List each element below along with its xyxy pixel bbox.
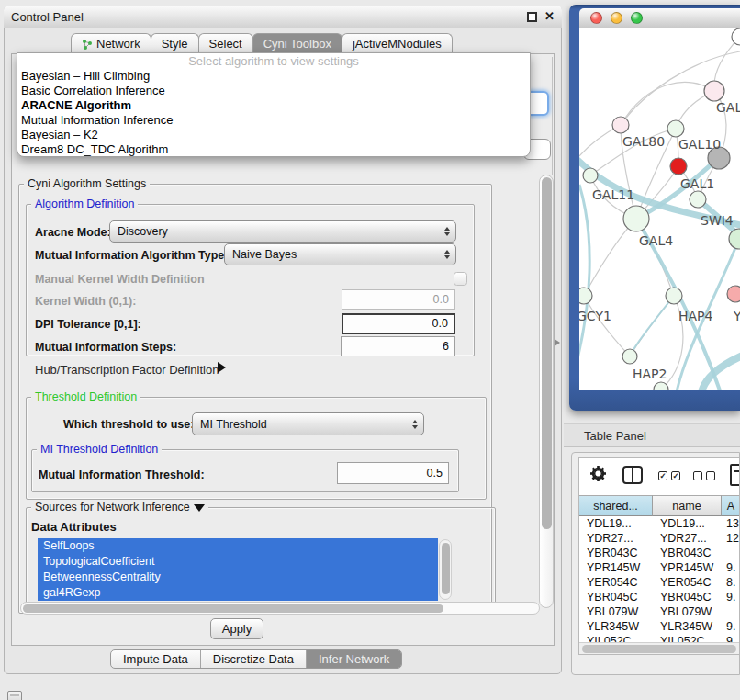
node-label: HAP2	[633, 367, 667, 381]
network-node[interactable]	[729, 229, 740, 249]
settings-horizontal-scrollbar[interactable]	[20, 602, 540, 615]
which-threshold-label: Which threshold to use:	[63, 418, 194, 431]
checked-box-icon[interactable]: ✓	[658, 471, 667, 480]
mi-threshold-input[interactable]: 0.5	[337, 462, 449, 484]
table-row[interactable]: YPR145WYPR145W9.	[579, 560, 740, 575]
network-node[interactable]	[727, 286, 740, 302]
close-traffic-light-icon[interactable]	[590, 12, 602, 24]
collapse-arrow-icon[interactable]	[194, 504, 205, 512]
split-pane-arrow-icon[interactable]	[555, 339, 560, 346]
unchecked-box-icon[interactable]	[693, 471, 702, 480]
network-node-hap2[interactable]	[622, 349, 637, 364]
panel-border-fragment	[552, 57, 553, 175]
expand-arrow-icon[interactable]	[218, 362, 226, 373]
mi-steps-input[interactable]: 6	[341, 336, 455, 356]
dropdown-item[interactable]: Basic Correlation Inference	[17, 84, 530, 98]
table-rows: YDL19...YDL19...13 YDR27...YDR27...12 YB…	[579, 516, 740, 649]
apply-button[interactable]: Apply	[210, 618, 263, 639]
dropdown-item-selected[interactable]: ARACNE Algorithm	[17, 98, 530, 113]
cell-value: 9.	[722, 590, 740, 604]
table-row[interactable]: YDL19...YDL19...13	[579, 516, 740, 531]
dropdown-item[interactable]: Bayesian – K2	[17, 128, 530, 142]
network-window-titlebar	[579, 8, 740, 28]
cell-name: YPR145W	[653, 560, 722, 575]
float-window-icon[interactable]	[527, 12, 537, 22]
settings-horizontal-scrollbar-thumb[interactable]	[23, 604, 443, 613]
table-horizontal-scrollbar-thumb[interactable]	[582, 645, 736, 653]
dock-panel-icon[interactable]	[7, 691, 22, 700]
data-attributes-list: SelfLoops TopologicalCoefficient Between…	[38, 538, 438, 601]
network-node-swi4[interactable]	[690, 191, 706, 208]
network-node-gal1[interactable]	[670, 158, 687, 175]
dropdown-item[interactable]: Dream8 DC_TDC Algorithm	[17, 142, 530, 157]
settings-vertical-scrollbar-thumb[interactable]	[542, 177, 552, 529]
network-node[interactable]	[732, 28, 740, 45]
unchecked-box-icon[interactable]	[706, 471, 715, 480]
table-horizontal-scrollbar[interactable]	[579, 642, 740, 655]
which-threshold-combo[interactable]: MI Threshold	[192, 412, 424, 435]
node-label: GCY1	[579, 309, 611, 323]
network-graph: GAL GAL80 GAL10 GAL1 GAL11 SWI4 GAL4 HAP…	[579, 28, 740, 390]
tab-infer-network[interactable]: Infer Network	[306, 650, 401, 668]
export-table-icon[interactable]	[730, 464, 740, 486]
network-node-gcy1[interactable]	[579, 288, 592, 304]
table-row[interactable]: YDR27...YDR27...12	[579, 531, 740, 546]
checked-box-icon[interactable]: ✓	[671, 471, 680, 480]
tab-jactivemnodules[interactable]: jActiveMNodules	[342, 33, 453, 53]
dropdown-item[interactable]: Bayesian – Hill Climbing	[17, 69, 530, 84]
tab-select[interactable]: Select	[198, 33, 253, 53]
tab-cyni-toolbox[interactable]: Cyni Toolbox	[252, 33, 342, 53]
network-node-gal80[interactable]	[612, 117, 629, 133]
attributes-scrollbar[interactable]	[439, 539, 452, 600]
table-row[interactable]: YBL079WYBL079W	[579, 604, 740, 619]
dpi-tolerance-input[interactable]: 0.0	[342, 313, 455, 334]
kernel-width-label: Kernel Width (0,1):	[35, 295, 136, 308]
mi-steps-label: Mutual Information Steps:	[35, 341, 176, 354]
network-node-gal11[interactable]	[583, 168, 598, 183]
column-header-partial[interactable]: A	[722, 495, 740, 516]
cell-value: 9.	[722, 619, 740, 634]
data-attributes-label: Data Attributes	[31, 520, 117, 534]
algorithm-definition-title: Algorithm Definition	[31, 198, 138, 210]
network-node[interactable]	[654, 382, 668, 390]
node-label: SWI4	[701, 213, 734, 228]
close-icon[interactable]: ✕	[544, 9, 555, 23]
table-row[interactable]: YBR043CYBR043C	[579, 546, 740, 560]
cell-name: YLR345W	[653, 619, 722, 634]
network-node-gal10[interactable]	[667, 120, 684, 137]
cell-shared-name: YBR043C	[579, 546, 653, 560]
table-row[interactable]: YER054CYER054C8.	[579, 575, 740, 590]
tab-impute-data[interactable]: Impute Data	[111, 650, 200, 668]
attribute-item-selected[interactable]: SelfLoops	[38, 538, 438, 554]
attributes-scrollbar-thumb[interactable]	[442, 543, 450, 594]
which-threshold-value: MI Threshold	[200, 418, 267, 431]
manual-kernel-width-checkbox[interactable]	[454, 272, 467, 286]
network-canvas[interactable]: GAL GAL80 GAL10 GAL1 GAL11 SWI4 GAL4 HAP…	[579, 28, 740, 390]
tab-network[interactable]: Network	[71, 33, 151, 53]
tab-discretize-data[interactable]: Discretize Data	[200, 650, 306, 668]
mi-algorithm-type-value: Naive Bayes	[232, 248, 297, 261]
dropdown-item[interactable]: Mutual Information Inference	[17, 113, 530, 128]
kernel-width-input[interactable]: 0.0	[342, 289, 455, 310]
network-node[interactable]	[704, 81, 724, 101]
mi-algorithm-type-combo[interactable]: Naive Bayes	[224, 243, 456, 265]
settings-vertical-scrollbar[interactable]	[539, 175, 554, 608]
attribute-item-selected[interactable]: gal4RGexp	[38, 585, 438, 601]
column-settings-icon[interactable]	[622, 466, 643, 484]
control-panel-tabs: Network Style Select Cyni Toolbox jActiv…	[72, 33, 453, 53]
attribute-item-selected[interactable]: BetweennessCentrality	[38, 570, 438, 585]
minimize-traffic-light-icon[interactable]	[611, 12, 622, 24]
table-row[interactable]: YBR045CYBR045C9.	[579, 590, 740, 604]
tab-style[interactable]: Style	[151, 33, 199, 53]
gear-icon[interactable]	[589, 465, 607, 486]
table-row[interactable]: YLR345WYLR345W9.	[579, 619, 740, 634]
aracne-mode-combo[interactable]: Discovery	[109, 220, 456, 243]
tab-style-label: Style	[162, 37, 188, 51]
network-node-gal4[interactable]	[623, 206, 649, 231]
column-header-shared-name[interactable]: shared...	[579, 495, 653, 516]
network-node-hap4[interactable]	[666, 288, 682, 304]
cyni-bottom-tabs: Impute Data Discretize Data Infer Networ…	[110, 649, 402, 669]
attribute-item-selected[interactable]: TopologicalCoefficient	[38, 554, 438, 570]
zoom-traffic-light-icon[interactable]	[631, 12, 643, 24]
column-header-name[interactable]: name	[653, 495, 722, 516]
